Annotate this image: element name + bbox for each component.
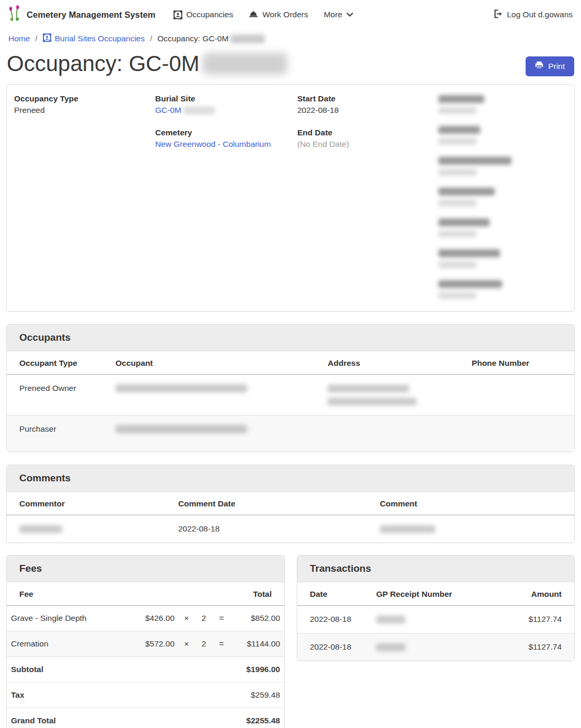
redacted-value [438,138,477,145]
redacted-label [438,280,502,288]
table-row: Preneed Owner [7,374,574,415]
redacted-label [438,188,495,195]
col-comment: Comment [376,492,574,515]
grand-total-label: Grand Total [7,708,129,728]
redacted-text [376,616,405,623]
address-cell [323,374,468,415]
breadcrumb-home-link[interactable]: Home [8,34,30,43]
redacted-text [328,385,409,392]
redacted-value [438,107,477,114]
print-button-label: Print [548,62,565,71]
field-start-date: Start Date 2022-08-18 [297,93,438,116]
field-burial-site: Burial Site GC-0M [155,93,297,116]
col-commentor: Commentor [7,492,174,515]
redacted-value [438,169,477,176]
comments-card: Comments Commentor Comment Date Comment … [6,465,575,543]
tulip-logo-icon [8,5,22,25]
table-row: 2022-08-18 $1127.74 [297,605,574,633]
nav-item-label: More [324,10,342,19]
transactions-section-title: Transactions [297,556,574,582]
nav-item-label: Work Orders [262,10,308,19]
fees-table: Fee Total Grave - Single Depth $426.00 ×… [7,582,284,728]
breadcrumb-current: Occupancy: GC-0M [157,34,265,43]
page-header: Occupancy: GC-0M Print [0,49,581,84]
col-total: Total [230,582,284,606]
phone-cell [468,374,574,415]
occupant-type-cell: Purchaser [7,415,111,452]
breadcrumb-occupancies-link[interactable]: Burial Sites Occupancies [43,33,145,44]
print-button[interactable]: Print [526,56,574,76]
nav-item-more[interactable]: More [324,10,353,19]
redacted-field [438,216,567,239]
logout-button[interactable]: Log Out d.gowans [494,9,573,20]
printer-icon [535,61,543,72]
burial-site-link[interactable]: GC-0M [155,106,181,114]
field-label: Start Date [297,93,438,105]
occupant-cell [111,374,323,415]
tax-label: Tax [7,682,129,708]
breadcrumb-parent-label: Burial Sites Occupancies [55,34,145,43]
field-label: End Date [297,127,438,138]
field-cemetery: Cemetery New Greenwood - Columbarium [155,127,297,150]
chevron-down-icon [346,13,353,17]
receipt-cell [372,633,497,661]
phone-cell [468,415,574,452]
tax-value: $259.48 [230,682,284,708]
top-navbar: Cemetery Management System Occupancies [0,0,581,29]
col-occupant: Occupant [111,351,323,375]
field-occupancy-type: Occupancy Type Preneed [14,93,155,116]
redacted-field [438,93,567,116]
redacted-field [438,124,567,147]
breadcrumb-current-label: Occupancy: GC-0M [157,34,228,43]
col-address: Address [323,351,468,375]
field-label: Cemetery [155,127,297,138]
nav-links: Occupancies Work Orders More [173,10,354,19]
transactions-card: Transactions Date GP Receipt Number Amou… [297,555,575,661]
fee-qty-cell: 2 [194,631,213,656]
col-amount: Amount [497,582,574,606]
page-title: Occupancy: GC-0M [7,50,287,78]
commentor-cell [7,515,174,542]
redacted-label [438,249,500,257]
fees-section-title: Fees [7,556,284,582]
redacted-text [376,643,405,651]
field-value: New Greenwood - Columbarium [155,138,297,150]
col-gp-receipt: GP Receipt Number [372,582,497,606]
redacted-value [438,230,477,237]
nav-item-work-orders[interactable]: Work Orders [249,10,308,19]
redacted-value [438,200,477,206]
breadcrumb-separator: / [35,34,37,43]
cemetery-link[interactable]: New Greenwood - Columbarium [155,140,271,148]
occupant-type-cell: Preneed Owner [7,374,111,415]
breadcrumb-separator: / [150,34,152,43]
occupants-card: Occupants Occupant Type Occupant Address… [6,324,575,452]
redacted-field [438,247,567,270]
redacted-text [328,398,416,406]
app-title: Cemetery Management System [27,10,156,20]
details-col-1: Occupancy Type Preneed [14,93,155,309]
nav-item-occupancies[interactable]: Occupancies [173,10,234,19]
comments-table: Commentor Comment Date Comment 2022-08-1… [7,492,574,542]
transactions-table: Date GP Receipt Number Amount 2022-08-18… [297,582,574,661]
comment-cell [376,515,574,542]
portrait-frame-icon [43,33,51,44]
redacted-value [438,261,477,268]
subtotal-value: $1996.00 [230,656,284,682]
comment-date-cell: 2022-08-18 [174,515,376,542]
occupants-table: Occupant Type Occupant Address Phone Num… [7,351,574,452]
redacted-field [438,278,567,301]
transaction-date-cell: 2022-08-18 [297,633,372,661]
redacted-label [438,157,512,165]
redacted-text [183,107,215,114]
table-row: Purchaser [7,415,574,452]
comments-header-row: Commentor Comment Date Comment [7,492,574,515]
redacted-field [438,186,567,209]
subtotal-label: Subtotal [7,656,129,682]
receipt-cell [372,605,497,633]
occupant-cell [111,415,323,452]
fee-times-cell: × [179,605,194,631]
field-label: Occupancy Type [14,93,155,105]
bottom-row: Fees Fee Total Grave - Single Depth $426… [6,555,575,728]
fee-times-cell: × [179,631,194,656]
table-row: 2022-08-18 [7,515,574,542]
